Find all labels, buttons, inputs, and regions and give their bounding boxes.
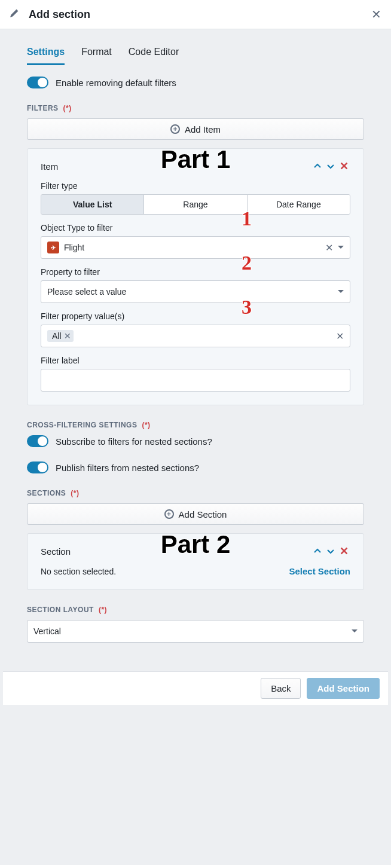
move-down-button[interactable]: [324, 160, 337, 173]
subscribe-filters-label: Subscribe to filters for nested sections…: [56, 436, 212, 447]
cross-filtering-label: CROSS-FILTERING SETTINGS(*): [27, 421, 364, 429]
filter-values-input[interactable]: All ✕ ✕: [41, 325, 350, 347]
object-type-label: Object Type to filter: [41, 223, 350, 233]
filter-value-chip[interactable]: All ✕: [47, 330, 74, 342]
remove-section-button[interactable]: ✕: [337, 545, 350, 558]
flight-icon: ✈: [47, 242, 59, 253]
dialog-header: Add section ✕: [0, 0, 391, 29]
back-button[interactable]: Back: [261, 678, 301, 699]
tab-bar: Settings Format Code Editor: [27, 47, 364, 66]
filter-label-input[interactable]: [41, 369, 350, 392]
dialog-title: Add section: [29, 8, 371, 21]
tab-format[interactable]: Format: [81, 47, 112, 65]
section-layout-select[interactable]: Vertical: [27, 620, 364, 643]
chevron-down-icon[interactable]: [338, 245, 344, 250]
object-type-clear-icon[interactable]: ✕: [325, 242, 333, 253]
publish-filters-label: Publish filters from nested sections?: [56, 463, 199, 473]
edit-icon: [10, 8, 19, 20]
filter-item-card: Part 1 Item ✕ Filter type Value List Ran…: [27, 148, 364, 405]
object-type-select[interactable]: ✈ Flight ✕: [41, 236, 350, 259]
move-up-button[interactable]: [311, 160, 324, 173]
filter-type-value-list[interactable]: Value List: [41, 195, 144, 214]
dialog-body: Settings Format Code Editor Enable remov…: [0, 29, 391, 865]
move-down-button[interactable]: [324, 545, 337, 558]
plus-icon: +: [164, 509, 174, 519]
section-layout-value: Vertical: [33, 626, 347, 636]
close-icon[interactable]: ✕: [371, 7, 381, 22]
toggle-publish-filters[interactable]: [27, 461, 48, 473]
tab-code-editor[interactable]: Code Editor: [129, 47, 179, 65]
tab-settings[interactable]: Settings: [27, 47, 65, 65]
property-select[interactable]: Please select a value: [41, 280, 350, 303]
add-section-submit-button[interactable]: Add Section: [307, 678, 380, 699]
filter-label-label: Filter label: [41, 356, 350, 365]
filter-property-values-label: Filter property value(s): [41, 311, 350, 321]
select-section-link[interactable]: Select Section: [289, 566, 350, 576]
filter-type-segmented: Value List Range Date Range: [41, 194, 350, 215]
move-up-button[interactable]: [311, 545, 324, 558]
sections-label: SECTIONS(*): [27, 489, 364, 497]
toggle-subscribe-filters[interactable]: [27, 435, 48, 447]
remove-item-button[interactable]: ✕: [337, 160, 350, 173]
add-section-button[interactable]: + Add Section: [27, 503, 364, 525]
toggle-enable-removing-filters[interactable]: [27, 77, 48, 88]
filters-section-label: FILTERS(*): [27, 104, 364, 112]
section-layout-label: SECTION LAYOUT(*): [27, 606, 364, 614]
property-to-filter-label: Property to filter: [41, 267, 350, 277]
section-title: Section: [41, 546, 71, 557]
dialog-footer: Back Add Section: [3, 671, 388, 705]
toggle-enable-removing-filters-label: Enable removing default filters: [56, 78, 176, 88]
chevron-down-icon[interactable]: [338, 289, 344, 294]
filter-values-clear-icon[interactable]: ✕: [336, 331, 344, 342]
property-placeholder: Please select a value: [47, 287, 333, 297]
chevron-down-icon[interactable]: [352, 629, 358, 634]
filter-type-date-range[interactable]: Date Range: [248, 195, 350, 214]
filter-type-label: Filter type: [41, 181, 350, 191]
add-item-button[interactable]: + Add Item: [27, 118, 364, 140]
object-type-value: Flight: [64, 243, 320, 252]
section-card: Part 2 Section ✕ No section selected. Se…: [27, 533, 364, 590]
no-section-text: No section selected.: [41, 567, 116, 576]
chip-remove-icon[interactable]: ✕: [64, 331, 71, 341]
filter-item-title: Item: [41, 161, 58, 172]
plus-icon: +: [170, 124, 180, 134]
filter-type-range[interactable]: Range: [144, 195, 247, 214]
